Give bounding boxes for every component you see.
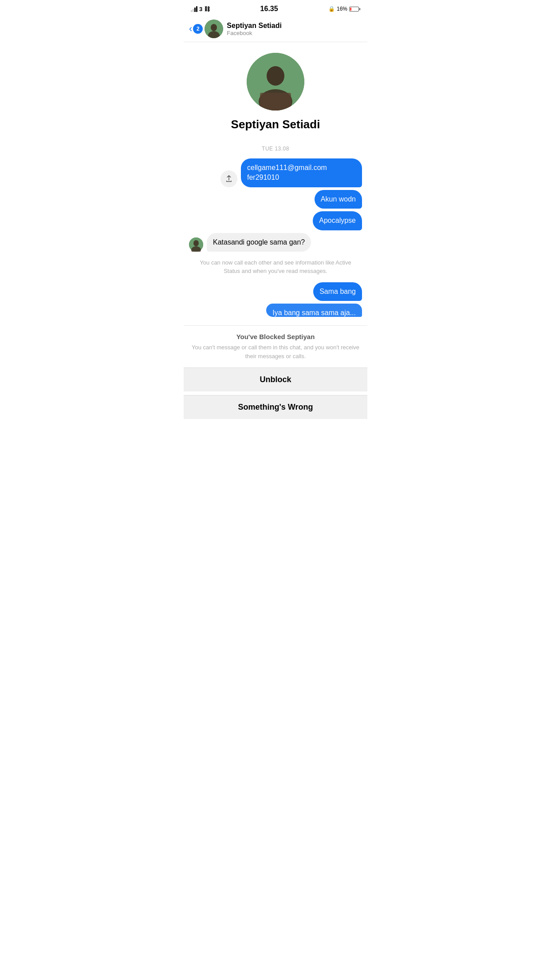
- svg-point-8: [193, 240, 199, 246]
- date-stamp: TUE 13.08: [184, 138, 367, 157]
- chat-area: Septiyan Setiadi TUE 13.08 cellgame111@g…: [184, 42, 367, 325]
- header-avatar[interactable]: [205, 20, 223, 38]
- nav-header: ‹ 2 Septiyan Setiadi Facebook: [184, 16, 367, 42]
- info-text: You can now call each other and see info…: [184, 253, 367, 281]
- message-row: Akun wodn: [184, 189, 367, 210]
- battery-pct: 16%: [337, 6, 347, 12]
- message-row: cellgame111@gmail.com fer291010: [184, 157, 367, 189]
- header-info: Septiyan Setiadi Facebook: [227, 22, 362, 36]
- carrier-label: 3: [199, 6, 202, 12]
- svg-point-4: [267, 66, 284, 86]
- message-bubble-3: Apocalypse: [313, 211, 362, 230]
- message-bubble-5: Sama bang: [313, 282, 362, 301]
- chevron-left-icon: ‹: [189, 24, 192, 34]
- status-time: 16.35: [260, 5, 278, 13]
- status-left: 3 ⛓: [191, 6, 210, 12]
- blocked-title: You've Blocked Septiyan: [191, 333, 360, 340]
- message-preview-row: Iya bang sama sama aja...: [184, 302, 367, 318]
- profile-name-large: Septiyan Setiadi: [231, 118, 320, 131]
- blocked-section: You've Blocked Septiyan You can't messag…: [184, 325, 367, 364]
- message-row: Sama bang: [184, 281, 367, 302]
- back-button[interactable]: ‹ 2: [189, 24, 203, 34]
- link-icon: ⛓: [204, 6, 210, 12]
- message-bubble-4: Katasandi google sama gan?: [207, 233, 311, 252]
- message-bubble-2: Akun wodn: [315, 190, 362, 209]
- status-bar: 3 ⛓ 16.35 🔒 16%: [184, 0, 367, 16]
- unread-badge: 2: [193, 24, 203, 34]
- profile-avatar-large[interactable]: [247, 53, 304, 111]
- contact-name: Septiyan Setiadi: [227, 22, 362, 30]
- message-bubble-partial: Iya bang sama sama aja...: [266, 304, 362, 317]
- battery-icon: [349, 7, 360, 12]
- message-row: Katasandi google sama gan?: [184, 232, 367, 253]
- profile-section: Septiyan Setiadi: [184, 42, 367, 138]
- lock-icon: 🔒: [328, 6, 335, 12]
- blocked-description: You can't message or call them in this c…: [191, 343, 360, 360]
- report-button[interactable]: Something's Wrong: [184, 395, 367, 419]
- unblock-button[interactable]: Unblock: [184, 368, 367, 391]
- message-row: Apocalypse: [184, 210, 367, 231]
- status-right: 🔒 16%: [328, 6, 360, 12]
- svg-rect-6: [260, 93, 291, 111]
- signal-bars: [191, 6, 197, 12]
- recipient-avatar: [189, 237, 203, 252]
- contact-platform: Facebook: [227, 30, 362, 36]
- message-bubble-1: cellgame111@gmail.com fer291010: [241, 158, 362, 187]
- share-button[interactable]: [220, 170, 237, 187]
- svg-point-1: [211, 24, 217, 31]
